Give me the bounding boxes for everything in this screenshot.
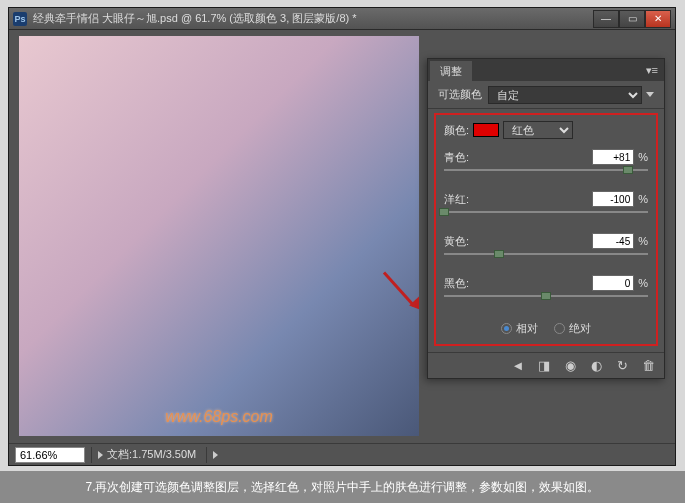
- black-label: 黑色:: [444, 276, 592, 291]
- ps-icon: Ps: [13, 12, 27, 26]
- cyan-slider[interactable]: [444, 167, 648, 177]
- minimize-button[interactable]: —: [593, 10, 619, 28]
- chevron-down-icon: [646, 92, 654, 97]
- radio-icon: [554, 323, 565, 334]
- slider-cyan: 青色: %: [440, 149, 652, 177]
- magenta-pct: %: [638, 193, 648, 205]
- panel-menu-icon[interactable]: ▾≡: [646, 64, 658, 77]
- caption-bar: 7.再次创建可选颜色调整图层，选择红色，对照片中手上的肤色进行调整，参数如图，效…: [0, 471, 685, 503]
- preset-label: 可选颜色: [438, 87, 482, 102]
- preset-select[interactable]: 自定: [488, 86, 642, 104]
- close-button[interactable]: ✕: [645, 10, 671, 28]
- panel-tabbar: 调整 ▾≡: [428, 59, 664, 81]
- statusbar: 61.66% 文档:1.75M/3.50M: [9, 443, 675, 465]
- relative-label: 相对: [516, 321, 538, 336]
- radio-icon: [501, 323, 512, 334]
- absolute-label: 绝对: [569, 321, 591, 336]
- yellow-slider[interactable]: [444, 251, 648, 261]
- radio-absolute[interactable]: 绝对: [554, 321, 591, 336]
- doc-size: 文档:1.75M/3.50M: [103, 447, 200, 462]
- color-swatch: [473, 123, 499, 137]
- titlebar: Ps 经典牵手情侣 大眼仔～旭.psd @ 61.7% (选取颜色 3, 图层蒙…: [9, 8, 675, 30]
- annotation-arrow: [374, 266, 419, 316]
- panel-footer: ◄ ◨ ◉ ◐ ↻ 🗑: [428, 352, 664, 378]
- slider-magenta: 洋红: %: [440, 191, 652, 219]
- maximize-button[interactable]: ▭: [619, 10, 645, 28]
- black-input[interactable]: [592, 275, 634, 291]
- cyan-label: 青色:: [444, 150, 592, 165]
- radio-relative[interactable]: 相对: [501, 321, 538, 336]
- color-row: 颜色: 红色: [440, 121, 652, 139]
- color-select[interactable]: 红色: [503, 121, 573, 139]
- trash-icon[interactable]: 🗑: [640, 358, 656, 374]
- yellow-label: 黄色:: [444, 234, 592, 249]
- magenta-label: 洋红:: [444, 192, 592, 207]
- magenta-input[interactable]: [592, 191, 634, 207]
- adjustments-panel: 调整 ▾≡ 可选颜色 自定 颜色: 红色: [427, 58, 665, 379]
- window-controls: — ▭ ✕: [593, 10, 671, 28]
- tab-adjustments[interactable]: 调整: [430, 61, 472, 81]
- yellow-pct: %: [638, 235, 648, 247]
- document-title: 经典牵手情侣 大眼仔～旭.psd @ 61.7% (选取颜色 3, 图层蒙版/8…: [33, 11, 593, 26]
- mode-radios: 相对 绝对: [440, 317, 652, 340]
- document-image[interactable]: www.68ps.com: [19, 36, 419, 436]
- color-label: 颜色:: [444, 123, 469, 138]
- black-slider[interactable]: [444, 293, 648, 303]
- triangle-icon[interactable]: [213, 451, 218, 459]
- caption-text: 7.再次创建可选颜色调整图层，选择红色，对照片中手上的肤色进行调整，参数如图，效…: [85, 479, 599, 496]
- cyan-pct: %: [638, 151, 648, 163]
- magenta-slider[interactable]: [444, 209, 648, 219]
- app-window: Ps 经典牵手情侣 大眼仔～旭.psd @ 61.7% (选取颜色 3, 图层蒙…: [8, 7, 676, 466]
- previous-icon[interactable]: ◐: [588, 358, 604, 374]
- clip-icon[interactable]: ◨: [536, 358, 552, 374]
- zoom-input[interactable]: 61.66%: [15, 447, 85, 463]
- cyan-input[interactable]: [592, 149, 634, 165]
- yellow-input[interactable]: [592, 233, 634, 249]
- visibility-icon[interactable]: ◉: [562, 358, 578, 374]
- slider-yellow: 黄色: %: [440, 233, 652, 261]
- black-pct: %: [638, 277, 648, 289]
- watermark: www.68ps.com: [165, 408, 273, 426]
- preset-row: 可选颜色 自定: [428, 81, 664, 109]
- back-icon[interactable]: ◄: [510, 358, 526, 374]
- canvas-area: www.68ps.com 调整 ▾≡ 可选颜色 自定 颜色:: [9, 30, 675, 443]
- reset-icon[interactable]: ↻: [614, 358, 630, 374]
- selective-color-body: 颜色: 红色 青色: %: [434, 113, 658, 346]
- slider-black: 黑色: %: [440, 275, 652, 303]
